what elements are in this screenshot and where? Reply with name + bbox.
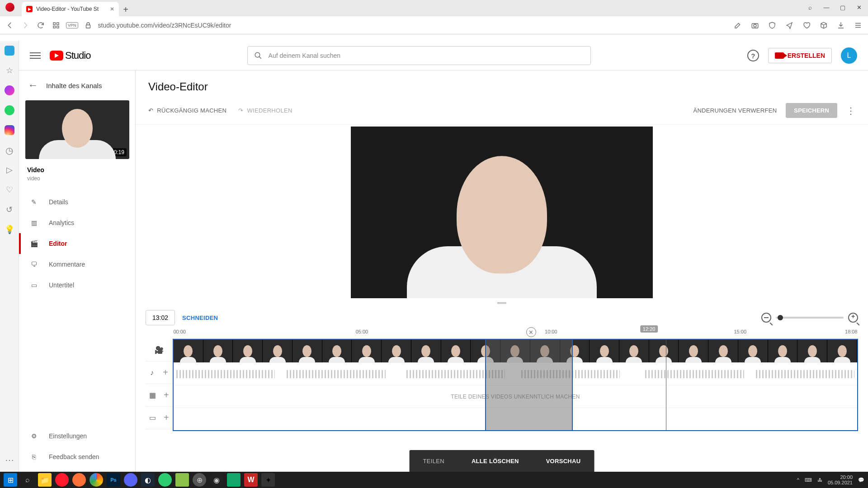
window-minimize-icon[interactable]: — bbox=[819, 2, 834, 13]
timeline-frame[interactable] bbox=[738, 340, 768, 362]
addr-cube-icon[interactable] bbox=[818, 20, 829, 31]
taskbar-app3-icon[interactable]: ⊕ bbox=[193, 473, 206, 487]
sidebar-item-feedback[interactable]: ⎘ Feedback senden bbox=[19, 446, 135, 467]
timeline-ruler[interactable]: ✕ 12:20 00:0005:0010:0015:0018:08 bbox=[173, 326, 858, 339]
timeline-frame[interactable] bbox=[649, 340, 679, 362]
steam-icon[interactable]: ◐ bbox=[141, 473, 155, 487]
taskbar-app1-icon[interactable] bbox=[158, 473, 172, 487]
obs-icon[interactable]: ◉ bbox=[210, 473, 223, 487]
sidebar-item-analytics[interactable]: ▥ Analytics bbox=[19, 212, 135, 233]
zoom-out-icon[interactable] bbox=[761, 313, 771, 323]
sidebar-clock-icon[interactable]: ◷ bbox=[5, 145, 14, 155]
timeline-frame[interactable] bbox=[679, 340, 708, 362]
studio-logo[interactable]: Studio bbox=[50, 50, 90, 61]
sidebar-more-icon[interactable]: ⋯ bbox=[5, 455, 14, 465]
firefox-icon[interactable] bbox=[72, 473, 86, 487]
cut-button[interactable]: SCHNEIDEN bbox=[182, 314, 218, 321]
tray-chevron-icon[interactable]: ^ bbox=[797, 477, 799, 483]
timeline-frame[interactable] bbox=[203, 340, 233, 362]
window-search-icon[interactable]: ⌕ bbox=[803, 2, 817, 13]
messenger-icon[interactable] bbox=[5, 85, 14, 95]
sidebar-app-icon[interactable] bbox=[5, 46, 14, 56]
back-arrow-icon[interactable]: ← bbox=[28, 80, 38, 91]
start-button[interactable]: ⊞ bbox=[4, 473, 17, 487]
timeline-body[interactable]: TEILE DEINES VIDEOS UNKENNTLICH MACHEN bbox=[173, 339, 858, 431]
add-blur-icon[interactable]: + bbox=[164, 390, 169, 400]
addr-heart-icon[interactable] bbox=[801, 20, 812, 31]
vpn-badge[interactable]: VPN bbox=[66, 22, 78, 28]
lock-icon[interactable] bbox=[83, 20, 94, 31]
avatar[interactable]: L bbox=[841, 47, 857, 64]
save-button[interactable]: SPEICHERN bbox=[786, 103, 837, 118]
whatsapp-icon[interactable] bbox=[5, 105, 14, 115]
window-maximize-icon[interactable]: ▢ bbox=[835, 2, 850, 13]
timeline-frame[interactable] bbox=[292, 340, 322, 362]
add-audio-icon[interactable]: + bbox=[163, 367, 168, 378]
explorer-icon[interactable]: 📁 bbox=[38, 473, 52, 487]
timeline-frame[interactable] bbox=[590, 340, 619, 362]
hamburger-menu-icon[interactable] bbox=[30, 50, 41, 61]
undo-button[interactable]: ↶ RÜCKGÄNGIG MACHEN bbox=[148, 107, 226, 114]
taskbar-date[interactable]: 05.09.2021 bbox=[828, 480, 853, 485]
photoshop-icon[interactable]: Ps bbox=[107, 473, 120, 487]
taskbar-time[interactable]: 20:00 bbox=[828, 474, 853, 480]
timeline-frame[interactable] bbox=[441, 340, 471, 362]
taskbar-search-icon[interactable]: ⌕ bbox=[21, 473, 34, 487]
timeline-frame[interactable] bbox=[708, 340, 738, 362]
panel-drag-handle[interactable]: ══ bbox=[136, 298, 868, 307]
speed-dial-icon[interactable] bbox=[51, 20, 61, 31]
help-icon[interactable]: ? bbox=[747, 50, 759, 61]
sidebar-item-settings[interactable]: ⚙ Einstellungen bbox=[19, 426, 135, 446]
redo-button[interactable]: ↷ WIEDERHOLEN bbox=[238, 107, 292, 114]
close-tab-icon[interactable]: ✕ bbox=[110, 6, 114, 12]
discard-button[interactable]: ÄNDERUNGEN VERWERFEN bbox=[693, 107, 777, 114]
sidebar-star-icon[interactable]: ☆ bbox=[5, 66, 14, 75]
timeline-frame[interactable] bbox=[322, 340, 352, 362]
video-thumbnail[interactable]: 0:19 bbox=[25, 100, 129, 159]
sidebar-bulb-icon[interactable]: 💡 bbox=[5, 225, 14, 235]
addr-menu-icon[interactable] bbox=[853, 20, 863, 31]
timeline-frame[interactable] bbox=[352, 340, 382, 362]
more-menu-icon[interactable]: ⋮ bbox=[846, 105, 855, 116]
instagram-icon[interactable] bbox=[5, 125, 14, 135]
timeline-frame[interactable] bbox=[382, 340, 411, 362]
sidebar-item-untertitel[interactable]: ▭ Untertitel bbox=[19, 275, 135, 296]
nav-back-icon[interactable] bbox=[5, 20, 15, 31]
timeline-frame[interactable] bbox=[619, 340, 649, 362]
addr-download-icon[interactable] bbox=[835, 20, 846, 31]
timeline-frame[interactable] bbox=[411, 340, 441, 362]
add-endscreen-icon[interactable]: + bbox=[164, 413, 169, 423]
browser-tab[interactable]: ▶ Video-Editor - YouTube St ✕ bbox=[22, 2, 119, 16]
sidebar-item-kommentare[interactable]: 🗨 Kommentare bbox=[19, 254, 135, 275]
timeline-frame[interactable] bbox=[768, 340, 798, 362]
video-preview[interactable] bbox=[351, 127, 653, 298]
addr-edit-icon[interactable] bbox=[732, 20, 743, 31]
tray-network-icon[interactable]: 🖧 bbox=[817, 477, 822, 483]
timeline-frame[interactable] bbox=[233, 340, 263, 362]
create-button[interactable]: ERSTELLEN bbox=[768, 48, 832, 63]
timeline-frame[interactable] bbox=[797, 340, 827, 362]
tray-keyboard-icon[interactable]: ⌨ bbox=[805, 477, 812, 483]
playhead[interactable] bbox=[666, 340, 666, 430]
opera-icon[interactable] bbox=[55, 473, 69, 487]
sidebar-item-editor[interactable]: 🎬 Editor bbox=[19, 233, 135, 254]
timeline-frame[interactable] bbox=[263, 340, 292, 362]
new-tab-button[interactable]: + bbox=[119, 3, 132, 16]
split-button[interactable]: TEILEN bbox=[410, 458, 458, 465]
addr-shield-icon[interactable] bbox=[767, 20, 778, 31]
remove-cut-icon[interactable]: ✕ bbox=[526, 327, 536, 337]
taskbar-w-icon[interactable]: W bbox=[244, 473, 258, 487]
chrome-icon[interactable] bbox=[90, 473, 103, 487]
window-close-icon[interactable]: ✕ bbox=[852, 2, 866, 13]
streamlabs-icon[interactable] bbox=[227, 473, 241, 487]
sidebar-heart-icon[interactable]: ♡ bbox=[5, 185, 14, 195]
delete-all-button[interactable]: ALLE LÖSCHEN bbox=[458, 458, 533, 465]
timeline-frame[interactable] bbox=[827, 340, 857, 362]
cut-region[interactable] bbox=[485, 340, 573, 430]
channel-search-input[interactable]: Auf deinem Kanal suchen bbox=[247, 46, 591, 65]
current-time-input[interactable]: 13:02 bbox=[146, 310, 175, 325]
preview-button[interactable]: VORSCHAU bbox=[533, 458, 594, 465]
addr-send-icon[interactable] bbox=[784, 20, 795, 31]
sidebar-item-details[interactable]: ✎ Details bbox=[19, 192, 135, 212]
address-bar-url[interactable]: studio.youtube.com/video/z3RNcEsUC9k/edi… bbox=[98, 22, 231, 29]
